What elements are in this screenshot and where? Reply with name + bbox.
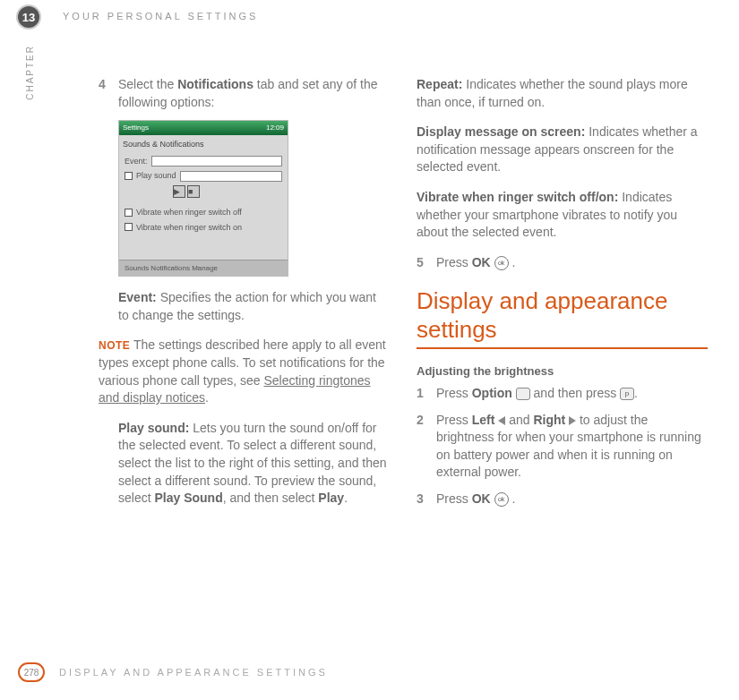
- screenshot-vib-on-row: Vibrate when ringer switch on: [119, 220, 288, 235]
- sound-dropdown: [180, 171, 282, 182]
- step-number: 2: [417, 412, 436, 482]
- bold-text: Left: [472, 413, 495, 427]
- text: Press: [436, 491, 472, 506]
- step-number: 5: [417, 254, 436, 272]
- step-5: 5 Press OK ok .: [417, 254, 708, 272]
- subheading: Adjusting the brightness: [417, 363, 708, 380]
- text: Press: [436, 413, 472, 427]
- footer-title: DISPLAY AND APPEARANCE SETTINGS: [59, 667, 328, 678]
- bold-text: OK: [472, 491, 491, 506]
- bold-text: Repeat:: [417, 77, 462, 91]
- brightness-step-2: 2 Press Left and Right to adjust the bri…: [417, 412, 708, 482]
- ok-icon: ok: [494, 256, 509, 270]
- right-arrow-icon: [569, 416, 576, 425]
- text: and: [505, 413, 533, 427]
- event-dropdown: [151, 156, 282, 166]
- note-block: NOTE The settings described here apply t…: [99, 337, 390, 406]
- screenshot-tabs: Sounds Notifications Manage: [119, 260, 288, 276]
- header-title: YOUR PERSONAL SETTINGS: [63, 11, 258, 21]
- text: .: [344, 491, 348, 505]
- bold-text: Right: [533, 413, 565, 427]
- checkbox-icon: [125, 209, 133, 217]
- text: .: [205, 390, 209, 405]
- settings-screenshot: Settings 12:09 Sounds & Notifications Ev…: [118, 120, 288, 277]
- screenshot-play-row: Play sound: [119, 168, 288, 184]
- left-column: 4 Select the Notifications tab and set a…: [99, 76, 390, 520]
- screenshot-subtitle: Sounds & Notifications: [119, 135, 288, 154]
- text: .: [509, 491, 516, 506]
- text: Press: [436, 255, 472, 269]
- section-title: Display and appearance settings: [417, 287, 708, 343]
- ok-icon: ok: [494, 492, 509, 507]
- bold-text: Display message on screen:: [417, 124, 585, 139]
- step-number: 3: [417, 491, 436, 508]
- event-definition: Event: Specifies the action for which yo…: [118, 289, 390, 324]
- step-body: Press OK ok .: [436, 491, 708, 508]
- brightness-step-3: 3 Press OK ok .: [417, 491, 708, 508]
- chapter-number-badge: 13: [16, 4, 41, 30]
- text: .: [509, 255, 516, 269]
- note-label: NOTE: [99, 339, 130, 352]
- step-body: Select the Notifications tab and set any…: [118, 76, 390, 111]
- text: and then press: [530, 386, 620, 400]
- brightness-step-1: 1 Press Option and then press p.: [417, 385, 708, 403]
- screenshot-play-buttons: ▶ ■: [119, 185, 288, 198]
- section-rule: [417, 347, 708, 349]
- bold-text: Vibrate when ringer switch off/on:: [417, 190, 618, 204]
- bold-text: Notifications: [177, 77, 253, 91]
- bold-text: Event:: [118, 290, 157, 304]
- text: , and then select: [223, 491, 319, 505]
- screenshot-clock: 12:09: [266, 123, 284, 133]
- text: .: [634, 386, 638, 400]
- chapter-label: CHAPTER: [25, 45, 35, 100]
- step-body: Press Option and then press p.: [436, 385, 708, 403]
- bold-text: OK: [472, 255, 491, 269]
- vib-off-label: Vibrate when ringer switch off: [136, 207, 242, 218]
- display-message-definition: Display message on screen: Indicates whe…: [417, 124, 708, 176]
- text: Specifies the action for which you want …: [118, 290, 376, 322]
- screenshot-event-row: Event:: [119, 154, 288, 169]
- step-number: 1: [417, 385, 436, 403]
- page-number: 278: [18, 662, 45, 682]
- text: Select the: [118, 77, 177, 91]
- vib-on-label: Vibrate when ringer switch on: [136, 222, 242, 234]
- screenshot-titlebar: Settings 12:09: [119, 121, 288, 135]
- checkbox-icon: [125, 172, 133, 180]
- brightness-key-icon: p: [620, 388, 634, 400]
- step-number: 4: [99, 76, 118, 111]
- bold-text: Play: [318, 491, 344, 505]
- step-body: Press OK ok .: [436, 254, 708, 272]
- event-label: Event:: [125, 156, 148, 167]
- step-4: 4 Select the Notifications tab and set a…: [99, 76, 390, 111]
- screenshot-vib-off-row: Vibrate when ringer switch off: [119, 205, 288, 220]
- play-sound-definition: Play sound: Lets you turn the sound on/o…: [118, 420, 390, 508]
- vibrate-definition: Vibrate when ringer switch off/on: Indic…: [417, 189, 708, 242]
- footer: 278 DISPLAY AND APPEARANCE SETTINGS: [18, 662, 328, 682]
- right-column: Repeat: Indicates whether the sound play…: [417, 76, 708, 520]
- play-icon: ▶: [173, 185, 185, 198]
- checkbox-icon: [125, 223, 133, 231]
- bold-text: Play sound:: [118, 421, 189, 435]
- text: Press: [436, 386, 472, 400]
- screenshot-title: Settings: [123, 123, 149, 133]
- content-area: 4 Select the Notifications tab and set a…: [99, 76, 708, 520]
- stop-icon: ■: [187, 185, 200, 198]
- play-label: Play sound: [136, 170, 176, 182]
- option-key-icon: [516, 388, 530, 400]
- bold-text: Play Sound: [154, 491, 222, 505]
- step-body: Press Left and Right to adjust the brigh…: [436, 412, 708, 482]
- repeat-definition: Repeat: Indicates whether the sound play…: [417, 76, 708, 111]
- bold-text: Option: [472, 386, 512, 400]
